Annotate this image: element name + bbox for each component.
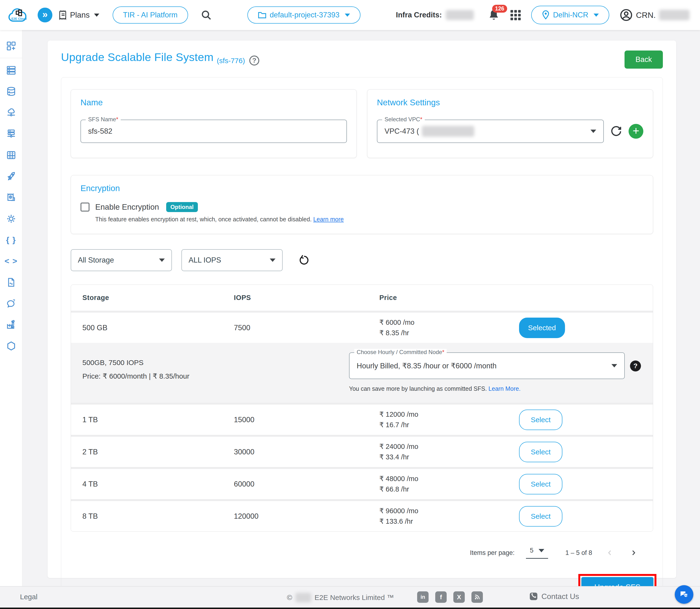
storage-filter-value: All Storage [78, 256, 114, 264]
col-storage: Storage [71, 294, 234, 302]
server-rack-icon [6, 65, 16, 75]
page-card: Upgrade Scalable File System (sfs-776) ?… [48, 40, 676, 578]
notifications-button[interactable]: 126 [488, 8, 500, 21]
selected-vpc-select[interactable]: Selected VPC* VPC-473 ( [377, 120, 604, 143]
network-card-heading: Network Settings [377, 98, 643, 107]
plans-table: Storage IOPS Price 500 GB 7500 ₹ 6000 /m… [71, 284, 653, 532]
top-bar: E2E Cloud » Plans TIR - AI Platform defa… [0, 0, 700, 30]
selected-vpc-value: VPC-473 ( [384, 126, 474, 137]
plan-row: 1 TB 15000 ₹ 12000 /mo ₹ 16.7 /hr Select [71, 403, 653, 435]
sfs-name-value: sfs-582 [88, 127, 112, 136]
chevron-left-icon [606, 549, 614, 557]
iops-filter-select[interactable]: ALL IOPS [181, 249, 283, 271]
e2e-cloud-logo[interactable]: E2E Cloud [5, 5, 33, 25]
selected-plan-price: Price: ₹ 6000/month | ₹ 8.35/hour [83, 372, 340, 380]
tir-ai-platform-button[interactable]: TIR - AI Platform [113, 6, 188, 23]
chevron-down-icon [345, 14, 350, 17]
items-per-page-select[interactable]: 5 [526, 547, 548, 559]
page-help-icon[interactable]: ? [249, 55, 259, 66]
billing-mode-select[interactable]: Choose Hourly / Committed Node* Hourly B… [349, 352, 625, 379]
vpc-detail-redacted [422, 126, 474, 137]
rss-icon[interactable] [471, 591, 483, 603]
plan-price: ₹ 12000 /mo ₹ 16.7 /hr [379, 409, 519, 430]
chevron-down-icon [611, 364, 617, 367]
contact-us-link[interactable]: Contact Us [529, 592, 579, 601]
sidebar-item-storage[interactable] [0, 144, 22, 166]
plan-select-button[interactable]: Select [519, 442, 562, 462]
plan-price: ₹ 24000 /mo ₹ 33.4 /hr [379, 441, 519, 462]
table-pagination: Items per page: 5 1 – 5 of 8 [71, 547, 653, 559]
billing-help-icon[interactable]: ? [630, 361, 641, 371]
sidebar-item-api-json[interactable]: { } [0, 229, 22, 250]
sidebar-item-settings[interactable] [0, 208, 22, 229]
items-per-page-label: Items per page: [470, 549, 515, 557]
sidebar-item-cloud-network[interactable] [0, 102, 22, 123]
sidebar-item-code[interactable]: < > [0, 250, 22, 272]
plan-iops: 30000 [234, 448, 379, 456]
sidebar-expand-button[interactable]: » [38, 7, 52, 22]
sidebar-item-nodes[interactable] [0, 123, 22, 144]
chevrons-right-icon: » [42, 9, 48, 20]
region-selector[interactable]: Delhi-NCR [531, 6, 609, 24]
plans-table-body-rest: 1 TB 15000 ₹ 12000 /mo ₹ 16.7 /hr Select… [71, 403, 653, 531]
plan-select-button[interactable]: Select [519, 506, 562, 526]
linkedin-icon[interactable]: in [417, 591, 429, 603]
sidebar-item-factory[interactable] [0, 314, 22, 335]
search-icon[interactable] [200, 9, 212, 21]
enable-encryption-checkbox[interactable] [80, 203, 90, 212]
name-card-heading: Name [80, 98, 347, 107]
user-icon [620, 8, 633, 21]
plan-iops: 15000 [234, 416, 379, 424]
plan-price: ₹ 6000 /mo ₹ 8.35 /hr [379, 317, 519, 338]
selected-plan-summary: 500GB, 7500 IOPS [83, 359, 340, 367]
sidebar-item-marketplace[interactable] [0, 335, 22, 356]
next-page-button[interactable] [627, 549, 640, 557]
committed-sfs-hint: You can save more by launching as commit… [349, 385, 625, 392]
plan-row: 4 TB 60000 ₹ 48000 /mo ₹ 66.8 /hr Select [71, 467, 653, 499]
encryption-description: This feature enables encryption at rest,… [95, 216, 643, 223]
plan-storage: 2 TB [71, 448, 234, 456]
apps-grid-icon[interactable] [510, 10, 521, 20]
sidebar-item-database[interactable] [0, 81, 22, 102]
plans-table-body: 500 GB 7500 ₹ 6000 /mo ₹ 8.35 /hr Select… [71, 313, 653, 343]
committed-learn-more-link[interactable]: Learn More. [488, 385, 521, 392]
facebook-icon[interactable]: f [435, 591, 447, 603]
sidebar-item-launch[interactable] [0, 166, 22, 187]
account-menu[interactable]: CRN. [620, 8, 689, 21]
reset-filters-button[interactable] [298, 254, 310, 266]
encryption-card: Encryption Enable Encryption Optional Th… [71, 175, 653, 234]
sidebar-item-support[interactable]: ? [0, 293, 22, 314]
plan-row: 8 TB 120000 ₹ 96000 /mo ₹ 133.6 /hr Sele… [71, 499, 653, 531]
add-vpc-button[interactable]: + [629, 124, 643, 139]
previous-page-button[interactable] [604, 549, 616, 557]
sidebar-item-dashboard[interactable] [0, 35, 22, 56]
plans-menu[interactable]: Plans [58, 10, 99, 20]
project-selector[interactable]: default-project-37393 [247, 6, 360, 23]
sidebar-divider [0, 58, 22, 58]
location-pin-icon [542, 10, 550, 20]
sfs-name-input[interactable]: SFS Name* sfs-582 [80, 120, 347, 143]
sidebar-item-docs[interactable] [0, 272, 22, 293]
project-name: default-project-37393 [270, 11, 340, 19]
encryption-learn-more-link[interactable]: Learn more [313, 216, 344, 223]
legal-link[interactable]: Legal [20, 593, 37, 601]
region-name: Delhi-NCR [553, 11, 588, 19]
sidebar-item-compute[interactable] [0, 59, 22, 81]
plan-select-button[interactable]: Select [519, 410, 562, 430]
plan-select-button[interactable]: Selected [519, 318, 565, 338]
items-per-page-value: 5 [530, 547, 533, 554]
chevron-down-icon [539, 549, 544, 552]
storage-filter-select[interactable]: All Storage [71, 249, 172, 271]
x-twitter-icon[interactable]: X [453, 591, 465, 603]
back-button[interactable]: Back [625, 51, 663, 69]
svg-text:?: ? [13, 298, 15, 302]
gear-icon [6, 213, 16, 224]
chevron-right-icon [629, 549, 638, 557]
chevron-down-icon [94, 14, 99, 17]
sidebar-item-billing[interactable] [0, 187, 22, 208]
chat-widget-button[interactable] [675, 585, 693, 604]
chevron-down-icon [159, 259, 165, 262]
document-icon [6, 277, 16, 288]
refresh-vpc-button[interactable] [610, 125, 622, 138]
plan-select-button[interactable]: Select [519, 474, 562, 494]
